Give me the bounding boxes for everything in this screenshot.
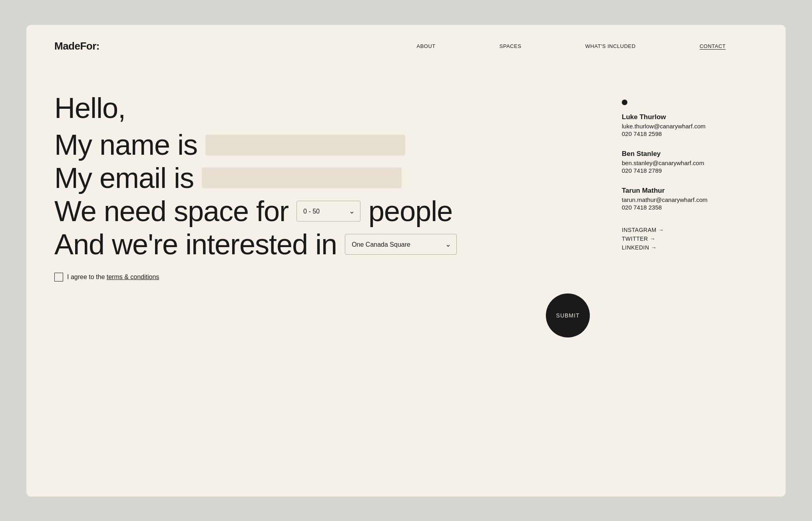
contact-email-3: tarun.mathur@canarywharf.com <box>622 196 758 203</box>
contact-person-1: Luke Thurlow luke.thurlow@canarywharf.co… <box>622 113 758 137</box>
interested-row: And we're interested in One Canada Squar… <box>54 228 590 261</box>
submit-area: SUBMIT <box>54 293 590 337</box>
people-select[interactable]: 0 - 50 50 - 100 100 - 200 200+ <box>297 201 360 222</box>
twitter-link[interactable]: TWITTER → <box>622 236 758 242</box>
contact-person-2: Ben Stanley ben.stanley@canarywharf.com … <box>622 150 758 174</box>
contact-name-3: Tarun Mathur <box>622 187 758 195</box>
space-row: We need space for 0 - 50 50 - 100 100 - … <box>54 195 590 228</box>
nav-whats-included[interactable]: WHAT'S INCLUDED <box>553 43 668 49</box>
nav-about[interactable]: ABOUT <box>385 43 468 49</box>
checkbox-row: I agree to the terms & conditions <box>54 273 590 281</box>
people-label: people <box>368 195 452 228</box>
name-label: My name is <box>54 128 197 162</box>
name-row: My name is <box>54 128 590 162</box>
interested-label: And we're interested in <box>54 228 337 261</box>
logo: MadeFor: <box>54 40 100 52</box>
email-label: My email is <box>54 162 194 195</box>
main-content: Hello, My name is My email is We need sp… <box>26 68 786 362</box>
main-window: MadeFor: ABOUT SPACES WHAT'S INCLUDED CO… <box>26 25 786 497</box>
contact-email-1: luke.thurlow@canarywharf.com <box>622 123 758 130</box>
nav-contact[interactable]: CONTACT <box>668 43 758 49</box>
bullet-dot <box>622 100 627 105</box>
people-select-wrapper: 0 - 50 50 - 100 100 - 200 200+ ⌄ <box>297 201 360 222</box>
nav-spaces[interactable]: SPACES <box>468 43 553 49</box>
form-area: Hello, My name is My email is We need sp… <box>54 92 606 338</box>
email-input[interactable] <box>202 168 402 188</box>
contact-phone-3: 020 7418 2358 <box>622 204 758 211</box>
checkbox-label: I agree to the terms & conditions <box>67 273 159 281</box>
navigation: MadeFor: ABOUT SPACES WHAT'S INCLUDED CO… <box>26 25 786 68</box>
contact-name-2: Ben Stanley <box>622 150 758 158</box>
contact-name-1: Luke Thurlow <box>622 113 758 121</box>
contact-phone-1: 020 7418 2598 <box>622 130 758 137</box>
contact-email-2: ben.stanley@canarywharf.com <box>622 160 758 166</box>
terms-link[interactable]: terms & conditions <box>107 273 159 280</box>
terms-checkbox[interactable] <box>54 273 63 281</box>
space-label: We need space for <box>54 195 289 228</box>
submit-button[interactable]: SUBMIT <box>546 293 590 337</box>
contact-phone-2: 020 7418 2789 <box>622 167 758 174</box>
greeting-text: Hello, <box>54 92 590 125</box>
nav-links: ABOUT SPACES WHAT'S INCLUDED CONTACT <box>385 43 758 49</box>
contact-info: Luke Thurlow luke.thurlow@canarywharf.co… <box>622 92 758 338</box>
location-select-wrapper: One Canada Square Other Locations ⌄ <box>345 234 457 255</box>
name-input[interactable] <box>205 135 405 156</box>
email-row: My email is <box>54 162 590 195</box>
social-links: INSTAGRAM → TWITTER → LINKEDIN → <box>622 227 758 251</box>
contact-person-3: Tarun Mathur tarun.mathur@canarywharf.co… <box>622 187 758 211</box>
form-rows: My name is My email is We need space for… <box>54 128 590 261</box>
instagram-link[interactable]: INSTAGRAM → <box>622 227 758 233</box>
location-select[interactable]: One Canada Square Other Locations <box>345 234 457 255</box>
linkedin-link[interactable]: LINKEDIN → <box>622 244 758 251</box>
